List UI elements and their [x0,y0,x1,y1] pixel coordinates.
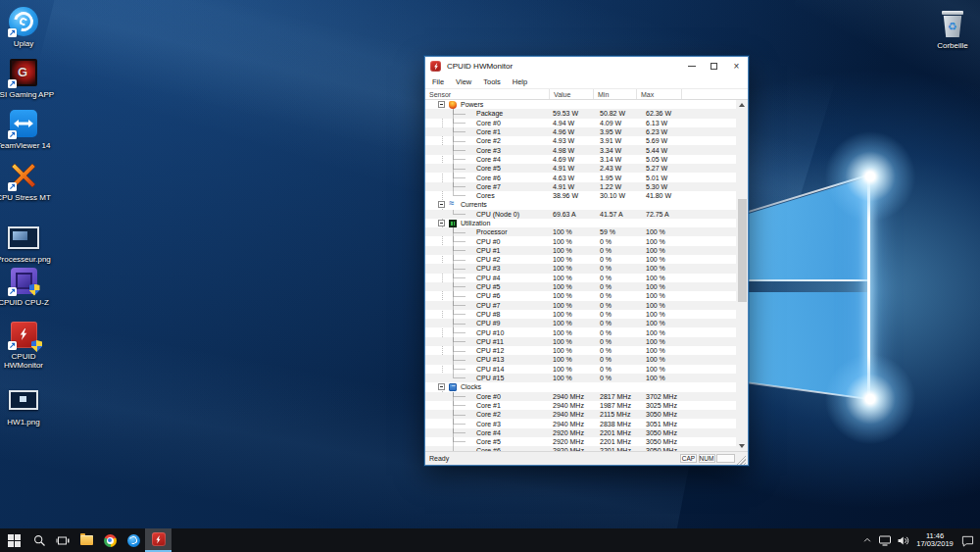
sensor-row[interactable]: Core #02940 MHz2817 MHz3702 MHz [425,392,736,401]
collapse-toggle-icon[interactable] [438,383,445,390]
sensor-row[interactable]: CPU #12100 %0 %100 % [425,346,736,355]
desktop-icon-recycle-bin[interactable]: ♻ Corbeille [921,8,980,50]
search-button[interactable] [27,528,51,552]
sensor-row[interactable]: Cores38.96 W30.10 W41.80 W [425,191,736,200]
network-status-button[interactable] [876,528,894,552]
sensor-row[interactable]: CPU #14100 %0 %100 % [425,365,736,374]
sensor-row[interactable]: CPU #11100 %0 %100 % [425,337,736,346]
chrome-button[interactable] [98,528,122,552]
sensor-min: 3.95 W [597,128,643,135]
column-header-min[interactable]: Min [594,89,637,99]
sensor-value: 4.96 W [550,128,597,135]
menu-file[interactable]: File [427,77,449,86]
sensor-min: 2201 MHz [597,429,643,436]
sensor-row[interactable]: Core #42920 MHz2201 MHz3050 MHz [425,428,736,437]
sensor-row[interactable]: CPU #15100 %0 %100 % [425,374,736,382]
sensor-group-row[interactable]: Clocks [425,382,736,391]
menu-tools[interactable]: Tools [478,77,506,86]
sensor-row[interactable]: Core #04.94 W4.09 W6.13 W [425,119,736,127]
desktop-icon-processeur-png[interactable]: Processeur.png [0,222,55,264]
sensor-row[interactable]: Core #44.69 W3.14 W5.05 W [425,155,736,164]
sensor-group-row[interactable]: Powers [425,100,736,109]
sensor-group-row[interactable]: Currents [425,200,736,209]
collapse-toggle-icon[interactable] [438,220,445,226]
desktop-icon-hw1-png[interactable]: HW1.png [0,384,55,427]
sensor-row[interactable]: Processor100 %59 %100 % [425,227,736,236]
sensor-row[interactable]: Core #54.91 W2.43 W5.27 W [425,164,736,173]
sensor-row[interactable]: Core #74.91 W1.22 W5.30 W [425,182,736,191]
column-header-sensor[interactable]: Sensor [425,89,550,99]
collapse-toggle-icon[interactable] [438,201,445,208]
sensor-value: 100 % [550,347,597,354]
desktop-icon-cpu-stress-mt[interactable]: CPU Stress MT [0,160,55,202]
sensor-row[interactable]: CPU #0100 %0 %100 % [425,236,736,245]
close-button[interactable]: × [725,57,748,75]
sensor-group-row[interactable]: Utilization [425,219,736,227]
sensor-row[interactable]: Core #32940 MHz2838 MHz3051 MHz [425,419,736,427]
uac-shield-icon [31,340,42,352]
desktop-icon-teamviewer[interactable]: TeamViewer 14 [0,108,55,150]
sensor-row[interactable]: Core #64.63 W1.95 W5.01 W [425,173,736,181]
desktop-icon-hwmonitor[interactable]: CPUID HWMonitor [0,319,55,370]
hwmonitor-taskbar-button[interactable] [145,528,172,552]
close-icon: × [734,62,740,72]
sensor-name: Package [476,110,503,117]
scroll-up-button[interactable] [736,100,748,110]
tree-connector [453,282,466,288]
column-header-max[interactable]: Max [637,89,682,99]
sensor-value: 100 % [550,265,597,272]
desktop-icon-msi-gaming-app[interactable]: MSI Gaming APP [0,57,55,99]
uplay-taskbar-button[interactable] [122,528,145,552]
desktop-icon-cpuz[interactable]: CPUID CPU-Z [0,265,55,307]
vertical-scrollbar[interactable] [736,100,748,451]
sensor-row[interactable]: Core #24.93 W3.91 W5.69 W [425,136,736,145]
title-bar[interactable]: CPUID HWMonitor × [425,57,748,75]
sensor-row[interactable]: Core #62920 MHz2201 MHz3050 MHz [425,446,736,451]
file-explorer-button[interactable] [74,528,98,552]
desktop-icon-label: TeamViewer 14 [0,141,55,150]
sensor-row[interactable]: CPU #7100 %0 %100 % [425,301,736,310]
taskbar-clock[interactable]: 11:46 17/03/2019 [911,532,958,549]
maximize-button[interactable] [703,57,725,75]
collapse-toggle-icon[interactable] [438,101,445,108]
sensor-row[interactable]: CPU #4100 %0 %100 % [425,274,736,282]
sensor-row[interactable]: CPU (Node 0)69.63 A41.57 A72.75 A [425,210,736,219]
scroll-down-button[interactable] [736,441,748,451]
task-view-button[interactable] [51,528,74,552]
sensor-row[interactable]: CPU #9100 %0 %100 % [425,319,736,327]
menu-view[interactable]: View [451,77,476,86]
sensor-row[interactable]: Core #12940 MHz1987 MHz3025 MHz [425,401,736,410]
sensor-row[interactable]: Package59.53 W50.82 W62.36 W [425,109,736,118]
tray-chevron-button[interactable] [858,528,876,552]
column-header-value[interactable]: Value [550,89,594,99]
search-icon [33,534,46,547]
menu-help[interactable]: Help [508,77,532,86]
desktop-icon-uplay[interactable]: Uplay [0,6,55,48]
sensor-max: 3025 MHz [643,402,691,409]
sensor-row[interactable]: CPU #8100 %0 %100 % [425,310,736,319]
sensor-row[interactable]: CPU #3100 %0 %100 % [425,264,736,273]
sensor-max: 3050 MHz [643,447,691,451]
resize-grip[interactable] [737,456,746,465]
sensor-max: 100 % [643,338,691,345]
sensor-min: 0 % [597,275,643,281]
sensor-row[interactable]: Core #52920 MHz2201 MHz3050 MHz [425,437,736,446]
sensor-row[interactable]: CPU #1100 %0 %100 % [425,246,736,255]
sensor-row[interactable]: CPU #2100 %0 %100 % [425,255,736,264]
sensor-row[interactable]: CPU #5100 %0 %100 % [425,282,736,291]
start-button[interactable] [0,528,27,552]
sensor-row[interactable]: Core #14.96 W3.95 W6.23 W [425,127,736,136]
sensor-name: Core #4 [476,156,501,163]
minimize-button[interactable] [680,57,703,75]
sensor-row[interactable]: Core #34.98 W3.34 W5.44 W [425,145,736,154]
volume-button[interactable] [894,528,911,552]
sensor-row[interactable]: CPU #13100 %0 %100 % [425,355,736,364]
sensor-row[interactable]: Core #22940 MHz2115 MHz3050 MHz [425,410,736,419]
sensor-name: Core #4 [476,429,501,436]
desktop-icon-label: CPU Stress MT [0,193,55,202]
sensor-name: Cores [476,192,495,199]
scrollbar-thumb[interactable] [738,199,747,302]
sensor-row[interactable]: CPU #6100 %0 %100 % [425,291,736,300]
action-center-button[interactable] [958,528,976,552]
sensor-row[interactable]: CPU #10100 %0 %100 % [425,327,736,336]
